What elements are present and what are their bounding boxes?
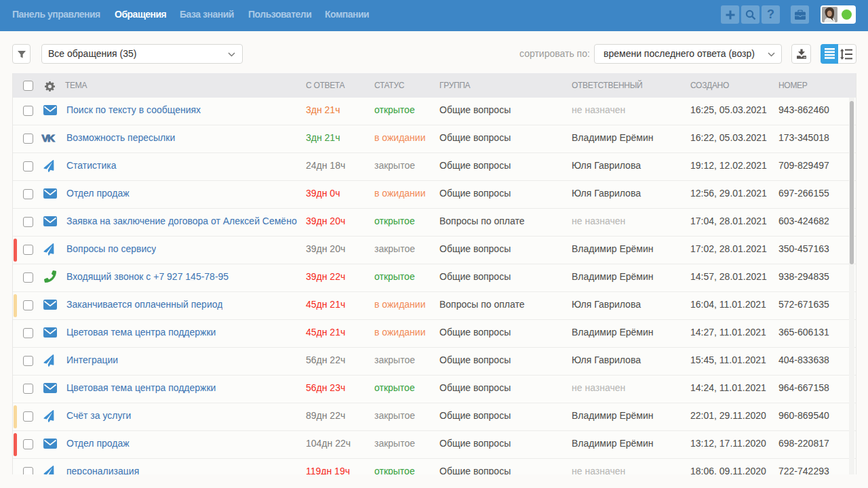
svg-text:VK: VK — [41, 132, 55, 144]
